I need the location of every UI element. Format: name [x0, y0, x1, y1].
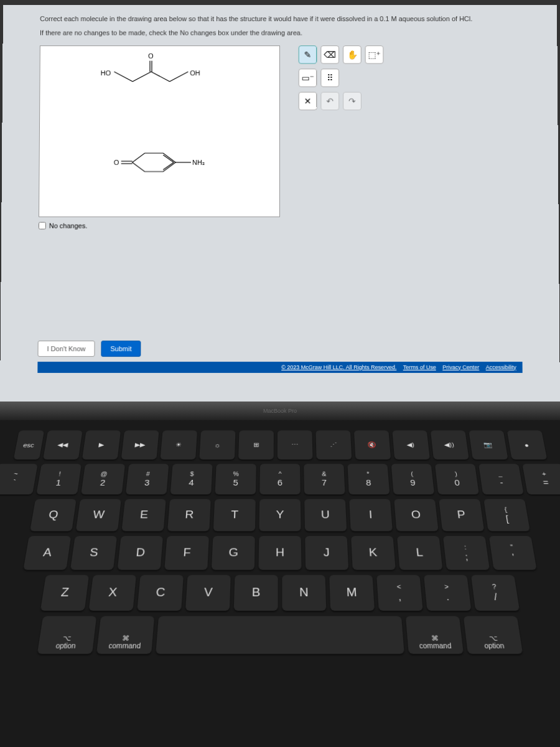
footer-copyright: © 2023 McGraw Hill LLC. All Rights Reser… [281, 364, 396, 370]
key-option-l: ⌥option [37, 616, 96, 654]
key-bracket-l: {[ [483, 499, 530, 532]
key-fn-3: ▶▶ [121, 431, 159, 460]
key-U: U [304, 499, 347, 532]
footer-privacy[interactable]: Privacy Center [442, 364, 479, 370]
key-=: += [522, 464, 560, 494]
key-T: T [213, 499, 256, 532]
key-space [156, 616, 404, 654]
key-option-r: ⌥option [464, 616, 523, 654]
key-4: $4 [170, 464, 213, 494]
keyboard: esc◀◀▶▶▶☀☼⊞⋯⋰🔇◀)◀))📷● ~`!1@2#3$4%5^6&7*8… [0, 420, 560, 747]
key-command-r: ⌘command [406, 616, 464, 654]
key-`: ~` [0, 464, 38, 494]
svg-line-3 [114, 72, 133, 82]
tool-select[interactable]: ⬚⁺ [365, 45, 384, 63]
tool-box[interactable]: ▭⁻ [299, 68, 317, 87]
label-nh2: NH₂ [192, 158, 205, 166]
dont-know-button[interactable]: I Don't Know [37, 341, 95, 357]
key-Q: Q [30, 499, 77, 532]
key-fn-10: ◀) [392, 431, 430, 460]
key-F: F [164, 536, 209, 570]
key-L: L [397, 536, 442, 570]
key-6: ^6 [259, 464, 300, 494]
key-X: X [89, 575, 136, 611]
drawing-area[interactable]: O HO OH O [39, 45, 280, 217]
key-1: !1 [36, 464, 82, 494]
key-fn-8: ⋰ [315, 431, 352, 460]
key-N: N [282, 575, 326, 611]
key-Z: Z [40, 575, 89, 611]
molecule-canvas: O HO OH O [39, 46, 281, 218]
svg-line-2 [133, 72, 151, 82]
key-period: >. [424, 575, 471, 611]
key-M: M [329, 575, 375, 611]
key-quote: "' [489, 536, 537, 570]
key-9: (9 [391, 464, 434, 494]
footer-terms[interactable]: Terms of Use [403, 364, 436, 370]
key-semicolon: :; [443, 536, 490, 570]
key-comma: <, [376, 575, 423, 611]
key-I: I [349, 499, 393, 532]
key-K: K [351, 536, 396, 570]
key-7: &7 [304, 464, 345, 494]
label-ho: HO [101, 69, 111, 77]
key-fn-2: ▶ [82, 431, 120, 460]
key-A: A [23, 536, 71, 570]
key-fn-13: ● [506, 431, 547, 460]
no-changes-checkbox[interactable] [39, 222, 46, 229]
key-fn-9: 🔇 [353, 431, 390, 460]
tool-undo[interactable]: ↶ [320, 92, 339, 110]
key-3: #3 [126, 464, 169, 494]
footer-accessibility[interactable]: Accessibility [486, 364, 516, 370]
no-changes-row[interactable]: No changes. [39, 222, 280, 229]
key-P: P [439, 499, 484, 532]
key-J: J [305, 536, 348, 570]
svg-line-8 [163, 162, 174, 169]
submit-button[interactable]: Submit [101, 341, 141, 357]
key-slash: ?/ [471, 575, 520, 611]
key-fn-5: ☼ [199, 431, 235, 460]
key-S: S [70, 536, 117, 570]
key-B: B [234, 575, 278, 611]
svg-marker-6 [133, 153, 176, 172]
question-line1: Correct each molecule in the drawing are… [40, 14, 520, 24]
key-command-l: ⌘command [96, 616, 154, 654]
key-fn-1: ◀◀ [43, 431, 83, 460]
footer: © 2023 McGraw Hill LLC. All Rights Reser… [37, 362, 522, 373]
tool-redo[interactable]: ↷ [343, 92, 362, 110]
tool-eraser[interactable]: ⌫ [320, 45, 339, 63]
question-line2: If there are no changes to be made, chec… [40, 29, 520, 36]
key-O: O [394, 499, 438, 532]
key-W: W [76, 499, 121, 532]
key-R: R [167, 499, 211, 532]
key-D: D [118, 536, 163, 570]
svg-line-4 [151, 72, 170, 82]
tool-close[interactable]: ✕ [299, 92, 317, 110]
label-o-top: O [148, 52, 154, 59]
label-o-left: O [114, 158, 119, 166]
key-5: %5 [215, 464, 256, 494]
key-G: G [212, 536, 255, 570]
key-fn-7: ⋯ [277, 431, 312, 460]
tool-dots[interactable]: ⠿ [320, 68, 339, 87]
drawing-toolbar: ✎ ⌫ ✋ ⬚⁺ ▭⁻ ⠿ ✕ ↶ ↷ [299, 45, 384, 229]
key-fn-11: ◀)) [430, 431, 469, 460]
key-V: V [185, 575, 231, 611]
key-E: E [121, 499, 166, 532]
svg-line-7 [163, 155, 174, 162]
key-H: H [259, 536, 302, 570]
label-oh: OH [190, 69, 200, 77]
key-fn-0: esc [13, 431, 44, 460]
key-fn-12: 📷 [469, 431, 508, 460]
key-8: *8 [347, 464, 390, 494]
tool-pencil[interactable]: ✎ [299, 45, 317, 63]
key-C: C [137, 575, 184, 611]
key-0: )0 [435, 464, 479, 494]
tool-hand[interactable]: ✋ [343, 45, 362, 63]
svg-line-5 [170, 72, 189, 82]
key-fn-4: ☀ [160, 431, 197, 460]
key-2: @2 [81, 464, 125, 494]
laptop-hinge: MacBook Pro [0, 402, 560, 420]
key-Y: Y [259, 499, 301, 532]
key--: _- [478, 464, 524, 494]
